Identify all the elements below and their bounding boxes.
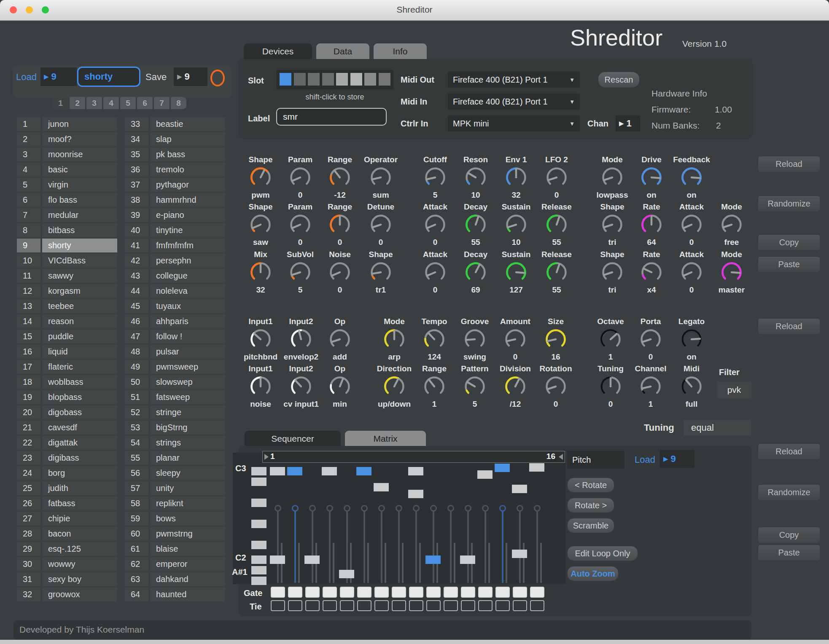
reload-button-0[interactable]: Reload bbox=[758, 156, 820, 172]
knob-dial[interactable] bbox=[600, 212, 624, 237]
preset-list-item[interactable]: fatbass bbox=[42, 496, 117, 510]
preset-number[interactable]: 13 bbox=[17, 299, 40, 313]
pitch-stem[interactable] bbox=[519, 508, 521, 583]
preset-number[interactable]: 30 bbox=[17, 557, 40, 571]
tie-toggle-14[interactable] bbox=[495, 600, 510, 611]
knob-dial[interactable] bbox=[463, 327, 487, 352]
note-block-blue[interactable] bbox=[287, 467, 302, 475]
preset-number[interactable]: 16 bbox=[17, 345, 40, 359]
knob-dial[interactable] bbox=[249, 374, 272, 399]
preset-number[interactable]: 33 bbox=[125, 117, 148, 131]
pitch-stem[interactable] bbox=[536, 508, 538, 583]
knob-dial[interactable] bbox=[680, 260, 703, 284]
velocity-stem[interactable] bbox=[402, 543, 404, 583]
knob-dial[interactable] bbox=[328, 212, 352, 237]
slot-cell-2[interactable] bbox=[294, 73, 306, 86]
preset-number[interactable]: 47 bbox=[125, 330, 148, 343]
bank-button-6[interactable]: 6 bbox=[137, 97, 153, 109]
preset-list-item[interactable]: moonrise bbox=[42, 148, 117, 161]
note-block-gray[interactable] bbox=[512, 550, 527, 558]
preset-list-item[interactable]: strings bbox=[150, 436, 225, 450]
knob-dial[interactable] bbox=[503, 374, 527, 399]
preset-list-item[interactable]: stringe bbox=[150, 405, 225, 419]
note-block-gray[interactable] bbox=[512, 485, 527, 493]
knob-dial[interactable] bbox=[328, 165, 352, 190]
preset-number[interactable]: 28 bbox=[17, 527, 40, 541]
note-block-blue[interactable] bbox=[495, 464, 510, 472]
ctrlr-in-select[interactable]: MPK mini ▼ bbox=[448, 115, 580, 131]
bank-button-3[interactable]: 3 bbox=[86, 97, 102, 109]
knob-dial[interactable] bbox=[249, 260, 272, 284]
preset-number[interactable]: 57 bbox=[125, 481, 148, 495]
preset-list-item[interactable]: virgin bbox=[42, 178, 117, 192]
preset-list-item[interactable]: tinytine bbox=[150, 223, 225, 237]
preset-number[interactable]: 51 bbox=[125, 390, 148, 404]
preset-list-item[interactable]: bigStrng bbox=[150, 421, 225, 435]
velocity-stem[interactable] bbox=[385, 543, 386, 583]
preset-list-item[interactable]: ahhparis bbox=[150, 314, 225, 328]
pitch-stem-handle[interactable] bbox=[361, 505, 368, 512]
scramble-button[interactable]: Scramble bbox=[567, 518, 614, 533]
preset-number[interactable]: 39 bbox=[125, 208, 148, 222]
preset-number[interactable]: 11 bbox=[17, 269, 40, 283]
preset-name-input[interactable]: shorty bbox=[77, 67, 140, 87]
tie-toggle-8[interactable] bbox=[392, 600, 406, 611]
pitch-stem[interactable] bbox=[502, 508, 503, 583]
preset-number[interactable]: 36 bbox=[125, 163, 148, 177]
preset-number[interactable]: 7 bbox=[17, 208, 40, 222]
chan-stepper[interactable]: ▶ 1 bbox=[616, 115, 640, 131]
preset-number[interactable]: 40 bbox=[125, 223, 148, 237]
knob-dial[interactable] bbox=[382, 374, 406, 399]
note-block-gray[interactable] bbox=[339, 570, 354, 578]
preset-list-item[interactable]: liquid bbox=[42, 345, 117, 359]
knob-dial[interactable] bbox=[504, 260, 528, 284]
knob-dial[interactable] bbox=[680, 212, 703, 237]
preset-list-item[interactable]: repliknt bbox=[150, 496, 225, 510]
piano-key[interactable] bbox=[251, 467, 266, 475]
preset-list-item[interactable]: medular bbox=[42, 208, 117, 222]
preset-list-item[interactable]: bacon bbox=[42, 527, 117, 541]
knob-dial[interactable] bbox=[639, 374, 662, 399]
knob-dial[interactable] bbox=[288, 260, 312, 284]
gate-toggle-8[interactable] bbox=[392, 587, 406, 598]
preset-number[interactable]: 12 bbox=[17, 284, 40, 298]
preset-number[interactable]: 50 bbox=[125, 375, 148, 389]
reload-button-4[interactable]: Reload bbox=[758, 318, 820, 335]
preset-number[interactable]: 6 bbox=[17, 193, 40, 207]
preset-list-item[interactable]: fmfmfmfm bbox=[150, 239, 225, 252]
slot-cell-7[interactable] bbox=[364, 73, 376, 86]
preset-number[interactable]: 26 bbox=[17, 496, 40, 510]
preset-number[interactable]: 20 bbox=[17, 405, 40, 419]
piano-key[interactable] bbox=[251, 541, 266, 549]
gate-toggle-1[interactable] bbox=[271, 587, 285, 598]
pitch-stem[interactable] bbox=[312, 508, 313, 583]
knob-dial[interactable] bbox=[369, 165, 393, 190]
tie-toggle-16[interactable] bbox=[530, 600, 544, 611]
tuning-select[interactable]: equal bbox=[684, 420, 751, 436]
preset-list-item[interactable]: esq-.125 bbox=[42, 542, 117, 556]
save-preset-stepper[interactable]: ▶ 9 bbox=[174, 67, 207, 86]
velocity-stem[interactable] bbox=[454, 543, 455, 583]
reload-button-5[interactable]: Reload bbox=[758, 443, 820, 460]
record-indicator-icon[interactable] bbox=[210, 70, 225, 86]
preset-number[interactable]: 45 bbox=[125, 299, 148, 313]
preset-list-item[interactable]: persephn bbox=[150, 254, 225, 268]
knob-dial[interactable] bbox=[423, 374, 446, 399]
preset-list-item[interactable]: groowox bbox=[42, 588, 117, 601]
gate-toggle-13[interactable] bbox=[478, 587, 493, 598]
slot-cell-6[interactable] bbox=[350, 73, 362, 86]
pitch-stem-handle[interactable] bbox=[396, 505, 402, 512]
preset-list-item[interactable]: teebee bbox=[42, 299, 117, 313]
knob-dial[interactable] bbox=[423, 212, 447, 237]
preset-list-item[interactable]: sleepy bbox=[150, 466, 225, 480]
preset-list-item[interactable]: flateric bbox=[42, 360, 117, 374]
velocity-stem[interactable] bbox=[298, 543, 300, 583]
tab-matrix[interactable]: Matrix bbox=[345, 431, 426, 446]
pitch-stem-handle[interactable] bbox=[413, 505, 420, 512]
preset-list-item[interactable]: junon bbox=[42, 117, 117, 131]
pitch-stem-handle[interactable] bbox=[465, 505, 471, 512]
preset-number[interactable]: 63 bbox=[125, 572, 148, 586]
preset-list-item[interactable]: e-piano bbox=[150, 208, 225, 222]
preset-list-item[interactable]: pk bass bbox=[150, 148, 225, 161]
preset-list-item[interactable]: pwmstrng bbox=[150, 527, 225, 541]
